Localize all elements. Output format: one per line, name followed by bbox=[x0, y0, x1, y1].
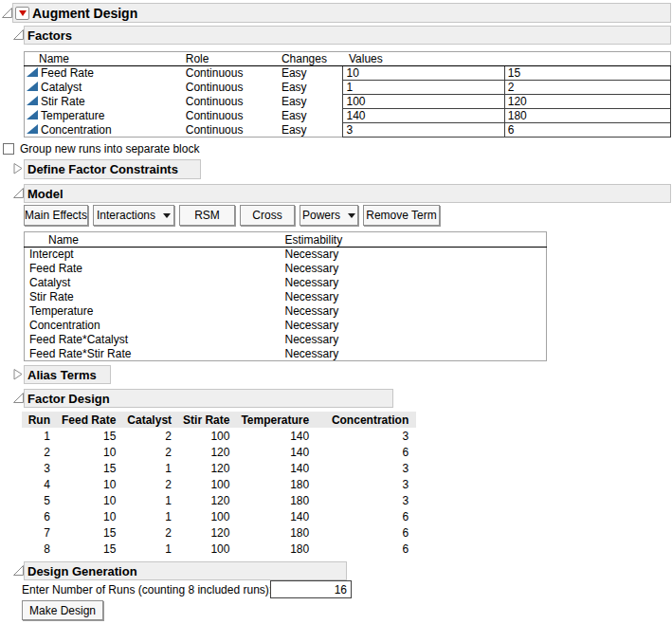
term-estimability[interactable]: Necessary bbox=[285, 290, 547, 304]
factor-low-value[interactable]: 100 bbox=[343, 95, 504, 109]
term-estimability[interactable]: Necessary bbox=[285, 333, 547, 347]
remove-term-button[interactable]: Remove Term bbox=[363, 205, 440, 226]
cell-catalyst: 2 bbox=[123, 444, 179, 460]
model-header-row: Name Estimability bbox=[25, 232, 547, 248]
term-name[interactable]: Feed Rate*Stir Rate bbox=[25, 347, 285, 361]
factor-changes-cell[interactable]: Easy bbox=[282, 81, 343, 95]
continuous-factor-icon bbox=[27, 123, 39, 135]
continuous-factor-icon bbox=[27, 95, 39, 106]
cross-button[interactable]: Cross bbox=[240, 205, 295, 226]
term-name[interactable]: Intercept bbox=[25, 248, 285, 262]
cell-catalyst: 1 bbox=[123, 541, 179, 557]
model-term-row[interactable]: TemperatureNecessary bbox=[25, 304, 547, 319]
main-effects-button[interactable]: Main Effects bbox=[24, 205, 88, 226]
model-term-row[interactable]: Feed RateNecessary bbox=[25, 262, 547, 276]
model-term-row[interactable]: Feed Rate*CatalystNecessary bbox=[25, 333, 547, 347]
cell-temperature: 140 bbox=[237, 460, 317, 476]
number-of-runs-input[interactable] bbox=[270, 580, 352, 598]
factor-changes-cell[interactable]: Easy bbox=[282, 95, 343, 109]
cell-concentration: 3 bbox=[317, 492, 416, 508]
factor-name-cell[interactable]: Feed Rate bbox=[25, 66, 186, 81]
cell-temperature: 180 bbox=[237, 541, 317, 557]
term-name[interactable]: Feed Rate bbox=[25, 262, 285, 276]
factor-high-value[interactable]: 15 bbox=[504, 66, 670, 81]
term-name[interactable]: Stir Rate bbox=[25, 290, 285, 304]
cell-temperature: 140 bbox=[237, 444, 317, 460]
dropdown-caret-icon bbox=[348, 213, 355, 218]
cell-feed-rate: 10 bbox=[58, 508, 123, 524]
factor-name-cell[interactable]: Catalyst bbox=[25, 81, 186, 95]
factor-role-cell[interactable]: Continuous bbox=[186, 123, 282, 138]
group-runs-checkbox-label: Group new runs into separate block bbox=[20, 142, 199, 156]
model-term-row[interactable]: ConcentrationNecessary bbox=[25, 319, 547, 333]
cell-stir-rate: 120 bbox=[179, 460, 237, 476]
factor-low-value[interactable]: 140 bbox=[343, 109, 504, 123]
factor-name-cell[interactable]: Temperature bbox=[25, 109, 186, 123]
factor-changes-cell[interactable]: Easy bbox=[282, 66, 343, 81]
term-name[interactable]: Concentration bbox=[25, 319, 285, 333]
cell-concentration: 3 bbox=[317, 476, 416, 492]
factor-design-header-row: Run Feed Rate Catalyst Stir Rate Tempera… bbox=[22, 412, 416, 428]
cell-catalyst: 2 bbox=[123, 524, 179, 541]
factor-name-cell[interactable]: Concentration bbox=[25, 123, 186, 138]
disclosure-collapsed-icon[interactable] bbox=[13, 163, 24, 174]
interactions-dropdown-button[interactable]: Interactions bbox=[93, 205, 174, 226]
col-header-catalyst: Catalyst bbox=[123, 412, 179, 428]
col-header-role: Role bbox=[186, 52, 282, 66]
disclosure-collapsed-icon[interactable] bbox=[13, 369, 24, 380]
term-estimability[interactable]: Necessary bbox=[285, 319, 547, 333]
cell-catalyst: 2 bbox=[123, 476, 179, 492]
factor-name-cell[interactable]: Stir Rate bbox=[25, 95, 186, 109]
design-run-row: 31511201403 bbox=[22, 460, 416, 476]
factor-role-cell[interactable]: Continuous bbox=[186, 66, 282, 81]
run-number: 1 bbox=[22, 428, 58, 444]
model-term-row[interactable]: CatalystNecessary bbox=[25, 276, 547, 290]
model-term-row[interactable]: Feed Rate*Stir RateNecessary bbox=[25, 347, 547, 361]
model-term-row[interactable]: Stir RateNecessary bbox=[25, 290, 547, 304]
factor-high-value[interactable]: 6 bbox=[504, 123, 670, 138]
model-section-header[interactable]: Model bbox=[24, 184, 671, 203]
alias-terms-section-header[interactable]: Alias Terms bbox=[24, 365, 111, 384]
term-estimability[interactable]: Necessary bbox=[285, 248, 547, 262]
red-triangle-icon bbox=[19, 10, 27, 16]
factor-role-cell[interactable]: Continuous bbox=[186, 109, 282, 123]
term-estimability[interactable]: Necessary bbox=[285, 276, 547, 290]
model-term-row[interactable]: InterceptNecessary bbox=[25, 248, 547, 262]
run-number: 8 bbox=[22, 541, 58, 557]
design-run-row: 61011001406 bbox=[22, 508, 416, 524]
augment-design-header[interactable]: Augment Design bbox=[12, 3, 671, 23]
factor-high-value[interactable]: 2 bbox=[504, 81, 670, 95]
model-terms-table: Name Estimability InterceptNecessary Fee… bbox=[24, 231, 547, 361]
cell-concentration: 6 bbox=[317, 541, 416, 557]
term-name[interactable]: Catalyst bbox=[25, 276, 285, 290]
factors-header-row: Name Role Changes Values bbox=[25, 52, 671, 66]
group-runs-checkbox-row[interactable]: Group new runs into separate block bbox=[3, 141, 199, 156]
factor-low-value[interactable]: 3 bbox=[343, 123, 504, 138]
factors-section-header[interactable]: Factors bbox=[24, 26, 671, 45]
col-header-feed-rate: Feed Rate bbox=[58, 412, 123, 428]
term-estimability[interactable]: Necessary bbox=[285, 262, 547, 276]
col-header-stir-rate: Stir Rate bbox=[179, 412, 237, 428]
factor-role-cell[interactable]: Continuous bbox=[186, 95, 282, 109]
factor-design-section-header[interactable]: Factor Design bbox=[24, 389, 393, 408]
term-estimability[interactable]: Necessary bbox=[285, 347, 547, 361]
factor-changes-cell[interactable]: Easy bbox=[282, 109, 343, 123]
term-name[interactable]: Feed Rate*Catalyst bbox=[25, 333, 285, 347]
factor-row: Temperature Continuous Easy 140 180 bbox=[25, 109, 671, 123]
make-design-button[interactable]: Make Design bbox=[22, 600, 103, 620]
factor-low-value[interactable]: 10 bbox=[343, 66, 504, 81]
factor-role-cell[interactable]: Continuous bbox=[186, 81, 282, 95]
col-header-estimability: Estimability bbox=[285, 232, 547, 248]
factor-high-value[interactable]: 120 bbox=[504, 95, 670, 109]
design-generation-section-header[interactable]: Design Generation bbox=[24, 561, 347, 580]
red-triangle-menu-button[interactable] bbox=[15, 7, 29, 20]
factor-low-value[interactable]: 1 bbox=[343, 81, 504, 95]
term-name[interactable]: Temperature bbox=[25, 304, 285, 319]
constraints-section-header[interactable]: Define Factor Constraints bbox=[24, 159, 201, 179]
rsm-button[interactable]: RSM bbox=[179, 205, 235, 226]
powers-dropdown-button[interactable]: Powers bbox=[300, 205, 358, 226]
group-runs-checkbox[interactable] bbox=[3, 143, 14, 155]
factor-high-value[interactable]: 180 bbox=[504, 109, 670, 123]
factor-changes-cell[interactable]: Easy bbox=[282, 123, 343, 138]
term-estimability[interactable]: Necessary bbox=[285, 304, 547, 319]
